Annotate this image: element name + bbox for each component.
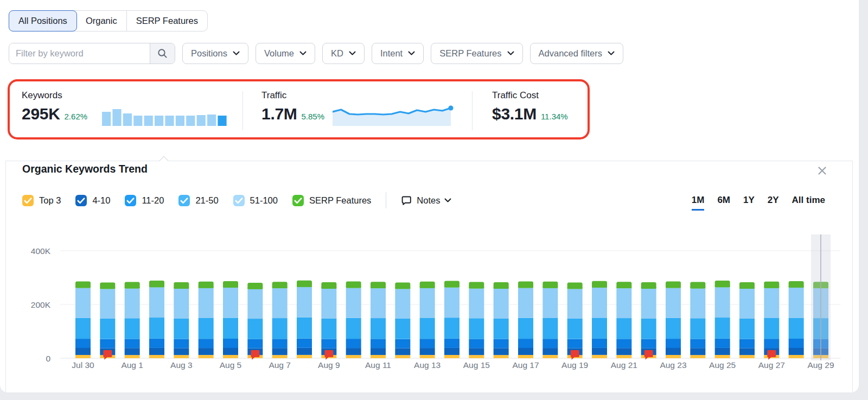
segment-11-20 — [592, 339, 607, 348]
segment-21-50 — [247, 319, 263, 339]
bar-aug-17[interactable] — [518, 281, 533, 358]
mini-bar — [218, 116, 226, 126]
segment-4-10 — [174, 348, 189, 355]
notes-dropdown[interactable]: Notes — [401, 195, 451, 206]
panel-title: Organic Keywords Trend — [22, 163, 148, 175]
bar-aug-15[interactable] — [469, 282, 484, 359]
bar-aug-13[interactable] — [420, 282, 435, 358]
bar-aug-2[interactable] — [149, 281, 164, 358]
bar-aug-10[interactable] — [346, 281, 361, 358]
checkbox-4-10[interactable] — [75, 195, 87, 206]
segment-11-20 — [125, 339, 140, 348]
segment-21-50 — [739, 319, 755, 339]
chevron-down-icon — [299, 51, 307, 56]
checkbox-11-20[interactable] — [125, 195, 136, 206]
bar-aug-19[interactable] — [567, 283, 583, 359]
segment-11-20 — [542, 339, 558, 348]
segment-51-100 — [666, 288, 681, 318]
bar-aug-3[interactable] — [174, 282, 189, 358]
segment-serp-features — [125, 287, 140, 288]
bar-aug-12[interactable] — [395, 283, 410, 359]
metric-traffic-cost[interactable]: Traffic Cost $3.1M 11.34% — [492, 90, 568, 123]
view-tab-group: All Positions Organic SERP Features — [9, 10, 208, 31]
bar-aug-25[interactable] — [715, 281, 730, 358]
search-button[interactable] — [150, 43, 175, 64]
segment-11-20 — [346, 339, 361, 348]
bar-aug-26[interactable] — [739, 282, 755, 358]
checkbox-serp-features[interactable] — [292, 195, 304, 206]
bar-aug-28[interactable] — [789, 281, 804, 358]
range-6m[interactable]: 6M — [717, 195, 730, 209]
segment-serp-features — [420, 287, 435, 288]
bar-jul-31[interactable] — [100, 283, 115, 359]
x-axis-label: Aug 25 — [709, 360, 736, 370]
bar-aug-27[interactable] — [764, 282, 779, 358]
bar-aug-1[interactable] — [125, 282, 140, 359]
legend-item-11-20[interactable]: 11-20 — [125, 195, 164, 206]
segment-serp-features — [321, 287, 336, 289]
range-all-time[interactable]: All time — [792, 195, 825, 209]
range-1y[interactable]: 1Y — [743, 195, 755, 209]
bar-aug-14[interactable] — [444, 281, 459, 358]
checkbox-top-3[interactable] — [22, 195, 34, 206]
chevron-down-icon — [608, 51, 615, 56]
segment-11-20 — [690, 339, 705, 348]
segment-4-10 — [542, 348, 558, 355]
keyword-filter-input[interactable] — [9, 43, 150, 64]
legend-item-4-10[interactable]: 4-10 — [75, 195, 110, 206]
x-axis-label: Aug 29 — [807, 360, 834, 370]
bar-aug-20[interactable] — [592, 281, 607, 358]
segment-11-20 — [75, 339, 91, 348]
segment-serp-features — [149, 285, 164, 287]
bar-aug-18[interactable] — [542, 282, 558, 358]
range-1m[interactable]: 1M — [692, 195, 705, 211]
metric-divider — [472, 91, 473, 130]
tab-all-positions[interactable]: All Positions — [9, 10, 77, 31]
dropdown-intent[interactable]: Intent — [372, 43, 424, 64]
dropdown-kd[interactable]: KD — [322, 43, 365, 64]
segment-serp-features — [371, 287, 386, 288]
segment-51-100 — [444, 288, 459, 318]
bar-aug-8[interactable] — [297, 281, 312, 358]
segment-11-20 — [444, 339, 459, 348]
tab-serp-features[interactable]: SERP Features — [126, 11, 207, 31]
bar-aug-22[interactable] — [641, 282, 656, 358]
bar-aug-7[interactable] — [272, 282, 288, 358]
bar-aug-9[interactable] — [321, 282, 336, 358]
close-button[interactable] — [815, 164, 828, 177]
bar-aug-21[interactable] — [616, 282, 631, 358]
legend-item-top-3[interactable]: Top 3 — [22, 195, 61, 206]
bar-aug-5[interactable] — [223, 281, 238, 358]
tab-organic[interactable]: Organic — [76, 11, 126, 31]
dropdown-advanced-filters[interactable]: Advanced filters — [530, 43, 623, 64]
bar-aug-23[interactable] — [666, 281, 681, 358]
dropdown-positions[interactable]: Positions — [182, 43, 248, 64]
checkbox-21-50[interactable] — [178, 195, 190, 206]
metric-value: 1.7M — [261, 105, 297, 123]
legend-item-21-50[interactable]: 21-50 — [178, 195, 218, 206]
bar-aug-11[interactable] — [371, 282, 386, 358]
segment-21-50 — [149, 318, 164, 339]
segment-21-50 — [395, 319, 410, 339]
segment-51-100 — [100, 289, 115, 319]
metric-keywords[interactable]: Keywords 295K 2.62% — [22, 90, 87, 123]
segment-51-100 — [125, 288, 140, 318]
bar-aug-6[interactable] — [247, 283, 263, 358]
metric-traffic[interactable]: Traffic 1.7M 5.85% — [261, 90, 324, 123]
range-2y[interactable]: 2Y — [768, 195, 779, 209]
segment-top-3 — [297, 355, 312, 358]
legend-item-serp-features[interactable]: SERP Features — [292, 195, 371, 206]
dropdown-serp-features[interactable]: SERP Features — [431, 43, 522, 64]
check-icon — [75, 195, 87, 206]
y-axis-label: 400K — [31, 246, 51, 256]
bar-jul-30[interactable] — [75, 281, 91, 358]
bar-aug-24[interactable] — [690, 282, 705, 359]
checkbox-51-100[interactable] — [233, 195, 245, 206]
segment-21-50 — [420, 318, 435, 339]
bar-aug-4[interactable] — [199, 282, 214, 358]
dropdown-volume[interactable]: Volume — [256, 43, 315, 64]
segment-4-10 — [346, 348, 361, 355]
legend-item-51-100[interactable]: 51-100 — [233, 195, 278, 206]
segment-51-100 — [321, 289, 336, 319]
bar-aug-16[interactable] — [494, 282, 509, 358]
